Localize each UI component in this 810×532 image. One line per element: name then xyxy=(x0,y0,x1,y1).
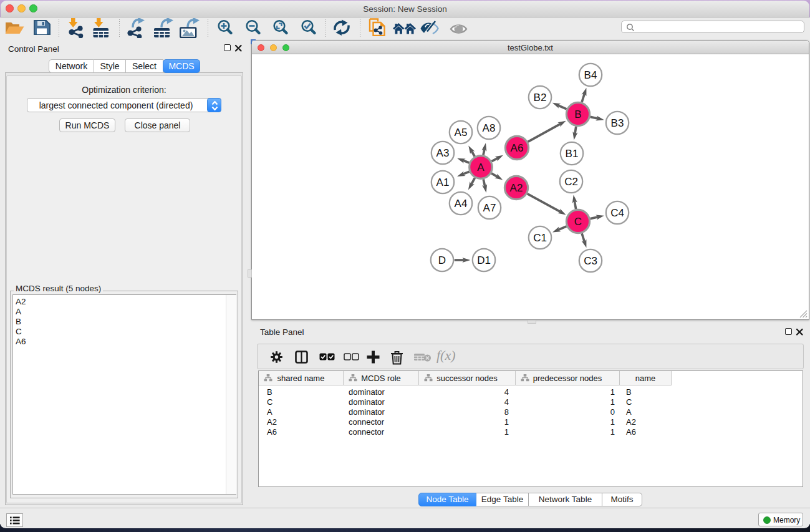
svg-text:A1: A1 xyxy=(436,177,450,188)
svg-text:C4: C4 xyxy=(610,207,624,219)
svg-text:A2: A2 xyxy=(510,182,523,194)
svg-text:C3: C3 xyxy=(584,255,597,267)
svg-text:C: C xyxy=(574,216,582,228)
svg-text:C2: C2 xyxy=(564,176,578,188)
svg-text:A3: A3 xyxy=(436,147,450,159)
svg-text:B4: B4 xyxy=(584,69,597,81)
svg-text:D1: D1 xyxy=(477,254,491,266)
svg-text:B2: B2 xyxy=(534,92,547,104)
svg-text:A: A xyxy=(477,162,485,173)
svg-text:A8: A8 xyxy=(483,122,496,134)
svg-text:A7: A7 xyxy=(483,202,496,214)
svg-text:A5: A5 xyxy=(455,127,468,138)
svg-text:C1: C1 xyxy=(533,232,547,244)
svg-text:B1: B1 xyxy=(566,148,579,160)
svg-text:B: B xyxy=(574,109,581,120)
svg-text:B3: B3 xyxy=(611,117,624,129)
svg-text:A4: A4 xyxy=(455,198,468,210)
svg-text:A6: A6 xyxy=(511,142,524,154)
svg-text:D: D xyxy=(438,254,446,266)
